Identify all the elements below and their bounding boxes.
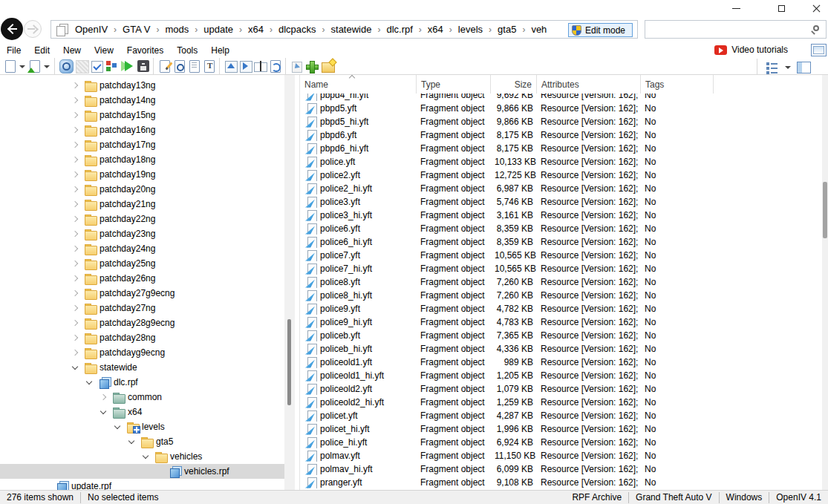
view-text-button[interactable] — [187, 59, 201, 73]
file-row[interactable]: police6_hi.yftFragment object8,359 KBRes… — [300, 235, 822, 249]
tree-scrollbar[interactable] — [284, 75, 295, 490]
file-row[interactable]: police7.yftFragment object10,565 KBResou… — [300, 249, 822, 262]
menu-tools[interactable]: Tools — [170, 45, 204, 56]
forward-button[interactable] — [24, 20, 42, 38]
tree-item-patchday27g9ecng[interactable]: patchday27g9ecng — [0, 286, 284, 301]
file-row[interactable]: polmav.yftFragment object11,150 KBResour… — [300, 449, 822, 462]
tree-item-dlc.rpf[interactable]: dlc.rpf — [0, 375, 284, 390]
file-row[interactable]: pbpd5_hi.yftFragment object9,866 KBResou… — [300, 115, 822, 128]
options-disabled-button[interactable] — [75, 59, 88, 73]
tree-item-statewide[interactable]: statewide — [0, 360, 284, 375]
tree-item-patchday26ng[interactable]: patchday26ng — [0, 271, 284, 286]
edit-text-button[interactable] — [202, 59, 215, 73]
tasks-button[interactable] — [90, 59, 103, 73]
file-row[interactable]: pranger.yftFragment object9,108 KBResour… — [300, 476, 822, 489]
list-scrollbar[interactable] — [822, 75, 828, 490]
chevron-right-icon[interactable] — [71, 96, 79, 105]
chevron-right-icon[interactable] — [71, 111, 79, 120]
import-button[interactable] — [224, 59, 237, 73]
breadcrumb-item[interactable]: dlc.rpf — [382, 24, 417, 35]
chevron-right-icon[interactable] — [71, 155, 79, 164]
chevron-down-icon[interactable] — [85, 378, 94, 387]
rename-button[interactable] — [253, 59, 267, 73]
chevron-right-icon[interactable] — [71, 333, 79, 342]
tree-item-vehicles.rpf[interactable]: vehicles.rpf — [0, 464, 284, 479]
chevron-right-icon[interactable] — [71, 81, 79, 90]
tree-item-patchday22ng[interactable]: patchday22ng — [0, 212, 284, 226]
new-archive-button[interactable] — [27, 59, 41, 73]
file-row[interactable]: policeold1_hi.yftFragment object1,205 KB… — [300, 369, 822, 382]
chevron-right-icon[interactable] — [71, 229, 79, 238]
breadcrumb-item[interactable]: levels — [454, 24, 487, 35]
column-header-attributes[interactable]: Attributes — [537, 75, 641, 94]
view-mode-button[interactable] — [764, 59, 779, 74]
tree-item-patchday14ng[interactable]: patchday14ng — [0, 93, 284, 108]
new-folder-button[interactable] — [321, 59, 334, 73]
column-header-size[interactable]: Size — [491, 75, 537, 94]
package-installer-button[interactable] — [105, 59, 118, 73]
breadcrumb-item[interactable]: x64 — [423, 24, 448, 35]
back-button[interactable] — [1, 18, 23, 40]
file-row[interactable]: policeb_hi.yftFragment object4,336 KBRes… — [300, 342, 822, 356]
tree-item-x64[interactable]: x64 — [0, 405, 284, 419]
chevron-right-icon[interactable] — [71, 304, 79, 312]
edit-file-button[interactable] — [157, 59, 171, 73]
tree-item-patchday19ng[interactable]: patchday19ng — [0, 167, 284, 182]
video-tutorials-link[interactable]: Video tutorials — [714, 45, 788, 55]
menu-view[interactable]: View — [88, 45, 120, 56]
chevron-right-icon[interactable] — [71, 318, 79, 327]
chevron-right-icon[interactable] — [71, 348, 79, 357]
dropdown-caret-icon[interactable] — [42, 59, 50, 73]
tree-item-common[interactable]: common — [0, 390, 284, 405]
file-row[interactable]: policeold2.yftFragment object1,079 KBRes… — [300, 382, 822, 396]
chevron-right-icon[interactable] — [71, 244, 79, 253]
add-file-button[interactable] — [304, 59, 319, 73]
breadcrumb-item[interactable]: gta5 — [493, 24, 521, 35]
file-row[interactable]: police2_hi.yftFragment object6,987 KBRes… — [300, 182, 822, 195]
preview-file-button[interactable] — [172, 59, 186, 73]
file-row[interactable]: police8.yftFragment object7,260 KBResour… — [300, 275, 822, 289]
file-row[interactable]: policeold2_hi.yftFragment object1,259 KB… — [300, 396, 822, 409]
chevron-right-icon[interactable] — [71, 289, 79, 298]
column-header-name[interactable]: Name — [300, 75, 417, 94]
breadcrumb-item[interactable]: OpenIV — [71, 24, 112, 35]
menu-file[interactable]: File — [0, 45, 27, 56]
tree-item-patchday23ng[interactable]: patchday23ng — [0, 226, 284, 241]
tree-item-vehicles[interactable]: vehicles — [0, 449, 284, 464]
tree-item-patchday17ng[interactable]: patchday17ng — [0, 137, 284, 152]
tree-item-patchdayg9ecng[interactable]: patchdayg9ecng — [0, 345, 284, 360]
file-row[interactable]: pbpd6.yftFragment object8,175 KBResource… — [300, 128, 822, 142]
breadcrumb-item[interactable]: GTA V — [118, 24, 154, 35]
search-box[interactable] — [645, 20, 827, 39]
tree-item-patchday15ng[interactable]: patchday15ng — [0, 108, 284, 122]
tree-item-patchday27ng[interactable]: patchday27ng — [0, 301, 284, 315]
extract-button[interactable] — [290, 59, 303, 73]
dropdown-caret-icon[interactable] — [783, 59, 792, 74]
file-row[interactable]: police2.yftFragment object12,725 KBResou… — [300, 168, 822, 182]
file-row[interactable]: pbpd5.yftFragment object9,866 KBResource… — [300, 102, 822, 115]
file-row[interactable]: policeb.yftFragment object7,365 KBResour… — [300, 329, 822, 342]
column-header-tags[interactable]: Tags — [641, 75, 714, 94]
file-row[interactable]: police9.yftFragment object4,782 KBResour… — [300, 302, 822, 315]
file-row[interactable]: policeold1.yftFragment object989 KBResou… — [300, 356, 822, 369]
breadcrumb-item[interactable]: veh — [527, 24, 551, 35]
chevron-right-icon[interactable] — [71, 185, 79, 194]
menu-favorites[interactable]: Favorites — [120, 45, 170, 56]
chevron-right-icon[interactable] — [71, 274, 79, 283]
menu-edit[interactable]: Edit — [27, 45, 56, 56]
search-input[interactable] — [648, 22, 808, 36]
tree-item-update.rpf[interactable]: update.rpf — [0, 479, 284, 490]
tree-item-patchday25ng[interactable]: patchday25ng — [0, 256, 284, 271]
chevron-down-icon[interactable] — [113, 422, 122, 431]
file-row[interactable]: police3.yftFragment object5,746 KBResour… — [300, 195, 822, 209]
column-header-type[interactable]: Type — [417, 75, 491, 94]
tree-item-patchday16ng[interactable]: patchday16ng — [0, 122, 284, 137]
address-bar[interactable]: OpenIV›GTA V›mods›update›x64›dlcpacks›st… — [50, 20, 638, 39]
chevron-right-icon[interactable] — [71, 259, 79, 268]
new-document-button[interactable] — [3, 59, 16, 73]
file-row[interactable]: pbpd6_hi.yftFragment object8,175 KBResou… — [300, 142, 822, 155]
close-button[interactable] — [802, 0, 828, 16]
tree-scrollbar-thumb[interactable] — [287, 319, 291, 405]
minimize-button[interactable] — [720, 0, 753, 16]
list-scrollbar-thumb[interactable] — [823, 182, 827, 238]
